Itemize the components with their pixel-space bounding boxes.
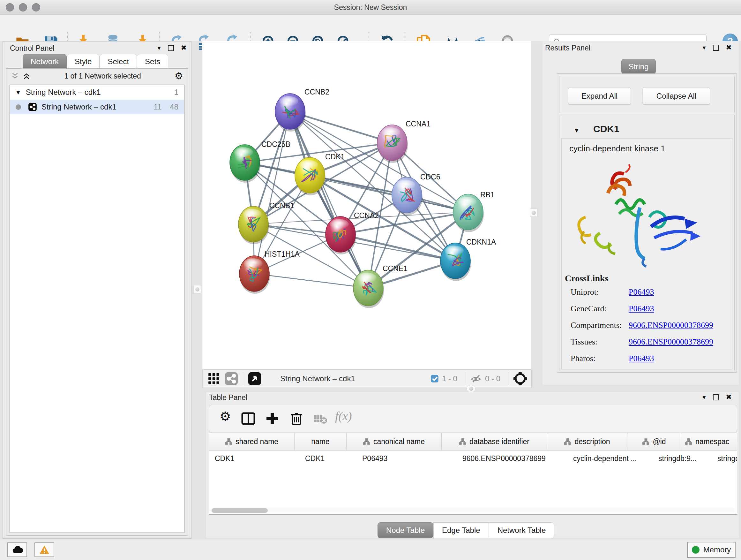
column-header[interactable]: canonical name xyxy=(347,433,442,450)
table-panel-collapse-icon[interactable]: ▾ xyxy=(703,394,706,400)
delete-column-icon[interactable] xyxy=(289,412,304,426)
table-options-gear-icon[interactable]: ⚙ xyxy=(219,412,233,426)
node-label-CCNB1: CCNB1 xyxy=(269,201,294,210)
crosslink-uniprot-link[interactable]: P06493 xyxy=(629,287,654,297)
results-content-box: Expand All Collapse All ▼ CDK1 cyclin-de… xyxy=(557,73,737,373)
hidden-node-edge-counts: 0 - 0 xyxy=(485,374,500,383)
table-toolbar: ⚙ f(x) xyxy=(209,405,737,432)
results-panel-close-icon[interactable]: ✖ xyxy=(726,44,732,51)
table-panel: Table Panel ▾ ✖ ⚙ f(x) shared name name … xyxy=(206,392,739,538)
collapse-all-button[interactable]: Collapse All xyxy=(643,87,710,105)
table-hscrollbar-thumb[interactable] xyxy=(212,508,268,513)
network-node-HIST1H1A[interactable] xyxy=(239,256,270,294)
tab-network-table[interactable]: Network Table xyxy=(489,522,555,538)
network-canvas[interactable]: CCNB2CCNA1CDC25BCDK1CDC6RB1CCNB1CCNA2CDK… xyxy=(202,41,531,369)
control-panel-close-icon[interactable]: ✖ xyxy=(181,45,187,51)
cell-id: stringdb:9... xyxy=(653,454,712,463)
table-panel-float-icon[interactable] xyxy=(713,394,719,400)
network-node-CDKN1A[interactable] xyxy=(441,243,471,281)
gene-expander-icon[interactable]: ▼ xyxy=(574,127,580,133)
control-panel-collapse-icon[interactable]: ▾ xyxy=(158,45,161,51)
cell-namespace: stringdb xyxy=(712,454,737,463)
tab-sets[interactable]: Sets xyxy=(137,54,168,69)
show-columns-icon[interactable] xyxy=(241,412,255,426)
window-controls xyxy=(6,3,40,11)
column-header[interactable]: @id xyxy=(627,433,681,450)
warnings-button[interactable] xyxy=(35,543,54,557)
network-collection-row[interactable]: ▼ String Network – cdk1 1 xyxy=(10,85,184,100)
tab-network[interactable]: Network xyxy=(23,54,67,69)
crosslink-genecard-link[interactable]: P06493 xyxy=(629,304,654,314)
column-header[interactable]: namespac xyxy=(681,433,737,450)
gene-description: cyclin-dependent kinase 1 xyxy=(569,144,665,153)
expand-all-networks-icon[interactable] xyxy=(22,72,30,80)
application-window: Session: New Session xyxy=(0,0,741,560)
close-window-button[interactable] xyxy=(6,3,14,11)
table-hscrollbar-track xyxy=(211,508,735,513)
crosslinks-heading: CrossLinks xyxy=(565,273,608,284)
gene-section: ▼ CDK1 cyclin-dependent kinase 1 xyxy=(559,115,735,371)
network-options-gear-icon[interactable]: ⚙ xyxy=(175,71,183,81)
zoom-window-button[interactable] xyxy=(32,3,40,11)
add-column-icon[interactable] xyxy=(265,412,279,426)
string-view-icon[interactable] xyxy=(224,372,239,386)
cloud-button[interactable] xyxy=(7,543,27,557)
horizontal-splitter-handle[interactable] xyxy=(467,385,475,392)
selected-checkbox-icon[interactable] xyxy=(430,374,439,383)
fit-selected-crosshair-icon[interactable] xyxy=(513,371,528,386)
tab-node-table[interactable]: Node Table xyxy=(378,522,433,538)
network-edge-count: 48 xyxy=(170,103,179,111)
network-node-CCNB1[interactable] xyxy=(239,206,269,244)
crosslink-label: Pharos: xyxy=(570,354,596,363)
memory-label: Memory xyxy=(703,545,731,554)
grid-view-icon[interactable] xyxy=(208,373,220,385)
column-header[interactable]: description xyxy=(547,433,627,450)
birdseye-view-icon[interactable] xyxy=(248,372,262,386)
table-panel-close-icon[interactable]: ✖ xyxy=(726,394,732,400)
network-row-selected[interactable]: String Network – cdk1 11 48 xyxy=(10,100,184,114)
tab-edge-table[interactable]: Edge Table xyxy=(433,522,489,538)
network-node-CCNA1[interactable] xyxy=(377,125,408,163)
gene-name: CDK1 xyxy=(593,124,619,134)
tab-select[interactable]: Select xyxy=(99,54,137,69)
memory-button[interactable]: Memory xyxy=(687,542,736,558)
results-panel-collapse-icon[interactable]: ▾ xyxy=(703,44,706,51)
left-splitter-handle[interactable] xyxy=(193,285,201,294)
network-node-CCNA2[interactable] xyxy=(326,216,356,254)
column-header[interactable]: name xyxy=(294,433,347,450)
network-status-dot xyxy=(16,105,21,110)
expand-all-button[interactable]: Expand All xyxy=(568,87,631,105)
warning-icon xyxy=(39,545,50,555)
minimize-window-button[interactable] xyxy=(19,3,27,11)
collection-label: String Network – cdk1 xyxy=(26,88,101,97)
network-edge-CCNB2-CCNE1[interactable] xyxy=(290,111,368,288)
results-panel: Results Panel ▾ ✖ String Expand All Coll… xyxy=(542,41,739,385)
collapse-all-networks-icon[interactable] xyxy=(11,72,19,80)
crosslink-pharos-link[interactable]: P06493 xyxy=(629,354,654,363)
selected-node-edge-counts: 1 - 0 xyxy=(442,374,457,383)
network-node-CDC6[interactable] xyxy=(392,177,422,215)
network-node-CDC25B[interactable] xyxy=(230,145,260,183)
network-node-CDK1[interactable] xyxy=(295,158,326,195)
network-edge-HIST1H1A-CCNE1[interactable] xyxy=(254,273,368,288)
crosslink-compartments-link[interactable]: 9606.ENSP00000378699 xyxy=(629,320,713,330)
network-edge-CDC25B-CDC6[interactable] xyxy=(245,163,407,195)
right-splitter-handle[interactable] xyxy=(530,208,537,217)
tab-style[interactable]: Style xyxy=(67,54,99,69)
network-node-CCNE1[interactable] xyxy=(353,270,384,308)
table-row[interactable]: CDK1 CDK1 P06493 9606.ENSP00000378699 cy… xyxy=(209,450,737,466)
results-panel-float-icon[interactable] xyxy=(713,45,719,51)
network-node-CCNB2[interactable] xyxy=(275,94,306,132)
control-panel-title: Control Panel xyxy=(10,44,54,53)
crosslink-tissues-link[interactable]: 9606.ENSP00000378699 xyxy=(629,337,713,347)
cell-canonical-name: P06493 xyxy=(357,454,457,463)
column-header[interactable]: shared name xyxy=(209,433,294,450)
control-panel-float-icon[interactable] xyxy=(168,45,174,51)
network-node-RB1[interactable] xyxy=(453,194,484,232)
collection-expander-icon[interactable]: ▼ xyxy=(15,89,21,96)
status-bar: Memory xyxy=(0,539,741,560)
column-header[interactable]: database identifier xyxy=(442,433,547,450)
collection-count: 1 xyxy=(174,88,179,97)
tab-string-results[interactable]: String xyxy=(621,59,656,74)
node-label-CDKN1A: CDKN1A xyxy=(466,238,496,246)
